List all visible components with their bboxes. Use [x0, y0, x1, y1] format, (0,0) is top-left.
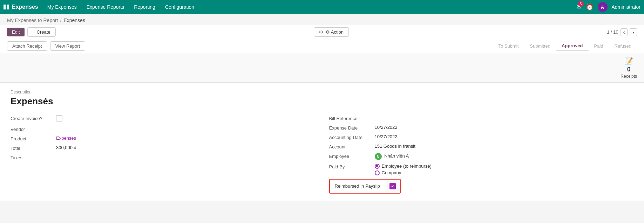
expense-date-label: Expense Date: [329, 125, 375, 131]
gear-icon: ⚙: [319, 29, 323, 35]
form-right: Bill Reference Expense Date 10/27/2022 A…: [329, 115, 634, 194]
nav-reporting[interactable]: Reporting: [130, 0, 160, 14]
sub-toolbar: Attach Receipt View Report To Submit Sub…: [0, 39, 644, 53]
next-page-button[interactable]: ›: [630, 28, 637, 36]
grid-icon: [4, 5, 9, 9]
checkbox-create-invoice[interactable]: [56, 115, 62, 121]
account-row: Account 151 Goods in transit: [329, 144, 634, 149]
form-grid: Create Invoice? Vendor Product Expenses …: [11, 115, 633, 194]
username: Administrator: [612, 4, 640, 10]
clock-icon[interactable]: ⏰: [586, 3, 594, 11]
reimbursed-row: Reimbursed in Payslip: [329, 179, 634, 194]
status-refused[interactable]: Refused: [609, 42, 637, 50]
product-link[interactable]: Expenses: [56, 135, 76, 141]
taxes-row: Taxes: [11, 154, 315, 160]
taxes-label: Taxes: [11, 154, 56, 160]
radio-employee-dot: [375, 164, 380, 169]
notification-bell[interactable]: ✉ 5: [576, 3, 582, 11]
employee-value: N Nhân viên A: [375, 153, 409, 160]
nav-my-expenses[interactable]: My Expenses: [43, 0, 81, 14]
create-invoice-checkbox[interactable]: [56, 115, 62, 123]
description-label: Description: [11, 90, 633, 95]
action-button[interactable]: ⚙ ⚙ Action: [314, 27, 349, 37]
page-display: 1 / 10: [607, 29, 618, 35]
employee-row: Employee N Nhân viên A: [329, 153, 634, 160]
paid-by-row: Paid By Employee (to reimburse) Company: [329, 163, 634, 175]
form-left: Create Invoice? Vendor Product Expenses …: [11, 115, 315, 194]
product-label: Product: [11, 135, 56, 141]
receipts-bar: 📝 0 Receipts: [0, 53, 644, 83]
topnav-right: ✉ 5 ⏰ A Administrator: [576, 2, 640, 12]
paid-by-employee[interactable]: Employee (to reimburse): [375, 163, 432, 169]
product-row: Product Expenses: [11, 135, 315, 141]
breadcrumb: My Expenses to Report / Expenses: [0, 14, 644, 25]
paid-by-options: Employee (to reimburse) Company: [375, 163, 432, 175]
radio-company-dot: [375, 170, 380, 175]
status-paid[interactable]: Paid: [589, 42, 609, 50]
accounting-date-label: Accounting Date: [329, 134, 375, 140]
expense-title: Expensés: [11, 96, 633, 107]
view-report-button[interactable]: View Report: [50, 41, 86, 51]
breadcrumb-separator: /: [60, 18, 62, 23]
total-row: Total 300,000 đ: [11, 145, 315, 151]
notification-count: 5: [578, 1, 584, 7]
create-button[interactable]: + Create: [27, 27, 55, 37]
main-toolbar: Edit + Create ⚙ ⚙ Action 1 / 10 ‹ ›: [0, 25, 644, 39]
edit-button[interactable]: Edit: [7, 28, 25, 36]
avatar[interactable]: A: [598, 2, 608, 12]
attach-receipt-button[interactable]: Attach Receipt: [7, 41, 47, 51]
bill-reference-row: Bill Reference: [329, 115, 634, 121]
receipts-count: 0: [627, 66, 631, 73]
employee-label: Employee: [329, 153, 375, 159]
nav-configuration[interactable]: Configuration: [161, 0, 198, 14]
receipts-button[interactable]: 📝 0 Receipts: [621, 57, 637, 79]
app-logo[interactable]: Expenses: [4, 4, 38, 10]
total-value: 300,000 đ: [56, 145, 76, 150]
product-value[interactable]: Expenses: [56, 135, 76, 141]
breadcrumb-parent[interactable]: My Expenses to Report: [7, 18, 58, 23]
prev-page-button[interactable]: ‹: [621, 28, 628, 36]
account-value: 151 Goods in transit: [375, 144, 415, 149]
page-navigation: 1 / 10 ‹ ›: [607, 28, 637, 36]
vendor-label: Vendor: [11, 126, 56, 132]
radio-employee-label: Employee (to reimburse): [382, 163, 432, 169]
total-label: Total: [11, 145, 56, 151]
reimbursed-label: Reimbursed in Payslip: [330, 180, 385, 193]
employee-name: Nhân viên A: [384, 153, 409, 159]
breadcrumb-current: Expenses: [63, 18, 85, 23]
status-submitted[interactable]: Submitted: [524, 42, 556, 50]
receipts-label: Receipts: [621, 74, 637, 79]
bill-reference-label: Bill Reference: [329, 115, 375, 121]
status-to-submit[interactable]: To Submit: [493, 42, 524, 50]
account-label: Account: [329, 144, 375, 149]
accounting-date-row: Accounting Date 10/27/2022: [329, 134, 634, 140]
vendor-row: Vendor: [11, 126, 315, 132]
reimbursed-checkbox-cell[interactable]: [385, 180, 400, 192]
main-content: Description Expensés Create Invoice? Ven…: [0, 83, 644, 201]
employee-avatar: N: [375, 153, 382, 160]
paid-by-label: Paid By: [329, 163, 375, 169]
expense-date-row: Expense Date 10/27/2022: [329, 125, 634, 131]
paid-by-company[interactable]: Company: [375, 170, 432, 175]
status-approved[interactable]: Approved: [556, 42, 589, 50]
app-title: Expenses: [12, 4, 38, 10]
radio-company-label: Company: [382, 170, 401, 175]
reimbursed-checkbox[interactable]: [389, 183, 396, 189]
status-bar: To Submit Submitted Approved Paid Refuse…: [493, 42, 637, 50]
reimbursed-box: Reimbursed in Payslip: [329, 179, 401, 194]
nav-expense-reports[interactable]: Expense Reports: [82, 0, 128, 14]
expense-date-value: 10/27/2022: [375, 125, 398, 130]
create-invoice-row: Create Invoice?: [11, 115, 315, 123]
accounting-date-value: 10/27/2022: [375, 134, 398, 139]
top-nav: Expenses My Expenses Expense Reports Rep…: [0, 0, 644, 14]
create-invoice-label: Create Invoice?: [11, 115, 56, 121]
